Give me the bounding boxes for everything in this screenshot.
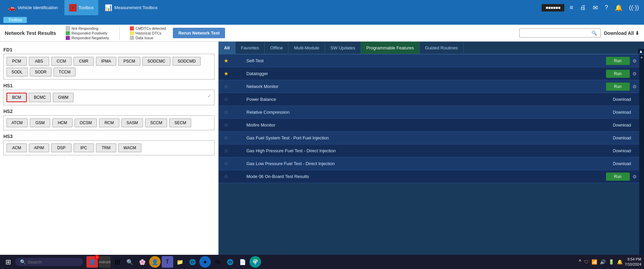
- module-btn-bcm[interactable]: BCM: [6, 93, 27, 102]
- taskbar-app-windows[interactable]: ⊞: [112, 256, 123, 268]
- module-btn-sodcmd[interactable]: SODCMD: [173, 57, 201, 66]
- download-all-button[interactable]: Download All ⬇: [604, 30, 639, 36]
- systray-chevron[interactable]: ^: [579, 259, 582, 265]
- tab-programmable-features[interactable]: Programmable Features: [361, 42, 420, 54]
- tab-favorites[interactable]: Favorites: [236, 42, 265, 54]
- module-btn-dsp[interactable]: DSP: [51, 143, 72, 152]
- module-btn-abs[interactable]: ABS: [29, 57, 49, 66]
- legend-right: CMDTCs detected Historical DTCs Data Iss…: [130, 26, 166, 40]
- module-btn-ipc[interactable]: IPC: [74, 143, 94, 152]
- run-btn-datalogger[interactable]: Run: [606, 70, 630, 78]
- module-btn-sodr[interactable]: SODR: [30, 68, 52, 76]
- taskbar-app-circle[interactable]: ●: [199, 256, 211, 268]
- star-cell-datalogger[interactable]: ★: [219, 70, 234, 77]
- star-cell-mode-06[interactable]: ☆: [219, 173, 234, 180]
- section-collapse-hs1[interactable]: ✓: [207, 93, 212, 99]
- help-icon[interactable]: ?: [603, 3, 610, 12]
- tab-multi-module[interactable]: Multi-Module: [288, 42, 325, 54]
- tab-all[interactable]: All: [219, 42, 236, 54]
- module-btn-sasm[interactable]: SASM: [121, 118, 143, 127]
- module-btn-trm[interactable]: TRM: [96, 143, 116, 152]
- email-icon[interactable]: ✉: [591, 3, 600, 12]
- rerun-network-test-button[interactable]: Rerun Network Test: [173, 28, 225, 38]
- taskbar-app-store[interactable]: 🛍: [212, 256, 223, 268]
- run-btn-network-monitor[interactable]: Run: [606, 83, 630, 91]
- star-cell-misfire-monitor[interactable]: ☆: [219, 122, 234, 128]
- print-icon[interactable]: 🖨: [578, 3, 588, 12]
- brand-button[interactable]: ■■■■■■: [542, 4, 565, 12]
- systray-notification[interactable]: 🔔: [617, 259, 623, 265]
- search-input[interactable]: [523, 30, 591, 36]
- bell-icon[interactable]: 🔔: [613, 3, 624, 12]
- tab-sw-updates[interactable]: SW Updates: [325, 42, 361, 54]
- taskbar-app-folder[interactable]: 📁: [174, 256, 186, 268]
- star-cell-relative-compression[interactable]: ☆: [219, 109, 234, 115]
- taskbar-app-teams[interactable]: T: [162, 256, 173, 268]
- download-btn-gas-low-pressure[interactable]: Download: [609, 160, 634, 168]
- toolbox-subtab[interactable]: Toolbox: [3, 17, 27, 23]
- tab-offline[interactable]: Offline: [265, 42, 288, 54]
- taskbar-app-chrome[interactable]: 🌐: [224, 256, 236, 268]
- taskbar-app-flower[interactable]: 🌸: [137, 256, 148, 268]
- module-btn-atcm[interactable]: ATCM: [6, 118, 28, 127]
- module-btn-ccm[interactable]: CCM: [51, 57, 72, 66]
- star-cell-gas-high-pressure[interactable]: ☆: [219, 148, 234, 154]
- download-btn-misfire-monitor[interactable]: Download: [609, 121, 634, 129]
- taskbar-search-input[interactable]: [28, 260, 75, 265]
- taskbar-app-avatar[interactable]: 👤: [149, 256, 161, 268]
- module-btn-pcm[interactable]: PCM: [6, 57, 27, 66]
- tab-vehicle-identification[interactable]: 🚗 Vehicle Identification: [3, 0, 63, 15]
- run-btn-mode-06[interactable]: Run: [606, 173, 630, 181]
- tab-guided-routines[interactable]: Guided Routines: [420, 42, 464, 54]
- systray-wifi[interactable]: 📶: [591, 259, 597, 265]
- module-btn-wacm[interactable]: WACM: [118, 143, 141, 152]
- module-btn-bcmc[interactable]: BCMC: [29, 93, 51, 102]
- gear-icon-datalogger[interactable]: ⚙: [631, 70, 638, 77]
- taskbar-app-docs[interactable]: 📄: [237, 256, 248, 268]
- module-btn-ipma[interactable]: IPMA: [96, 57, 116, 66]
- star-cell-self-test[interactable]: ★: [219, 58, 234, 64]
- module-btn-rcm[interactable]: RCM: [99, 118, 119, 127]
- module-btn-sodcmc[interactable]: SODCMC: [142, 57, 170, 66]
- module-btn-tccm[interactable]: TCCM: [54, 68, 76, 76]
- module-btn-gsm[interactable]: GSM: [30, 118, 50, 127]
- download-btn-gas-high-pressure[interactable]: Download: [609, 147, 634, 155]
- star-cell-gas-low-pressure[interactable]: ☆: [219, 160, 234, 167]
- gear-icon-network-monitor[interactable]: ⚙: [631, 83, 638, 90]
- module-btn-sccm[interactable]: SCCM: [145, 118, 167, 127]
- tab-toolbox[interactable]: 🐞 Toolbox: [64, 0, 99, 15]
- module-btn-secm[interactable]: SECM: [169, 118, 191, 127]
- run-btn-self-test[interactable]: Run: [606, 57, 630, 65]
- module-btn-hcm[interactable]: HCM: [52, 118, 73, 127]
- feature-name-mode-06: Mode 06 On-Board Test Results: [243, 174, 600, 179]
- gear-icon-self-test[interactable]: ⚙: [631, 58, 638, 64]
- module-btn-apim[interactable]: APIM: [29, 143, 49, 152]
- module-btn-cmr[interactable]: CMR: [74, 57, 94, 66]
- feature-name-datalogger: Datalogger: [243, 71, 600, 76]
- taskbar-app-edge[interactable]: 🌐: [187, 256, 198, 268]
- tab-measurement-toolbox[interactable]: 📊 Measurement Toolbox: [100, 0, 162, 15]
- star-cell-network-monitor[interactable]: ☆: [219, 83, 234, 90]
- module-btn-sodl[interactable]: SODL: [6, 68, 28, 76]
- star-cell-power-balance[interactable]: ☆: [219, 96, 234, 103]
- module-btn-pscm[interactable]: PSCM: [118, 57, 140, 66]
- download-btn-relative-compression[interactable]: Download: [609, 108, 634, 116]
- systray-volume[interactable]: 🔊: [600, 259, 606, 265]
- module-btn-ocsm[interactable]: OCSM: [75, 118, 97, 127]
- module-btn-acm[interactable]: ACM: [6, 143, 27, 152]
- taskbar-search-box[interactable]: 🔍: [15, 258, 83, 266]
- taskbar-clock[interactable]: 9:54 PM 7/10/2024: [625, 257, 641, 267]
- download-btn-power-balance[interactable]: Download: [609, 95, 634, 104]
- taskbar-app-search-win[interactable]: 🔍: [124, 256, 136, 268]
- tabs-scroll-right[interactable]: ▲: [638, 49, 644, 54]
- right-panel-scrollbar[interactable]: ▲ ▼: [639, 54, 644, 258]
- menu-icon[interactable]: ≡: [568, 3, 575, 12]
- taskbar-app-person[interactable]: 👤 1: [86, 256, 98, 268]
- taskbar-app-globe[interactable]: 🌍: [249, 256, 261, 268]
- star-cell-gas-fuel-system[interactable]: ☆: [219, 135, 234, 141]
- windows-start-button[interactable]: ⊞: [3, 256, 14, 267]
- module-btn-gwm[interactable]: GWM: [53, 93, 74, 102]
- wireless-icon[interactable]: ((·)): [627, 3, 641, 12]
- gear-icon-mode-06[interactable]: ⚙: [631, 173, 638, 180]
- download-btn-gas-fuel-system[interactable]: Download: [609, 134, 634, 142]
